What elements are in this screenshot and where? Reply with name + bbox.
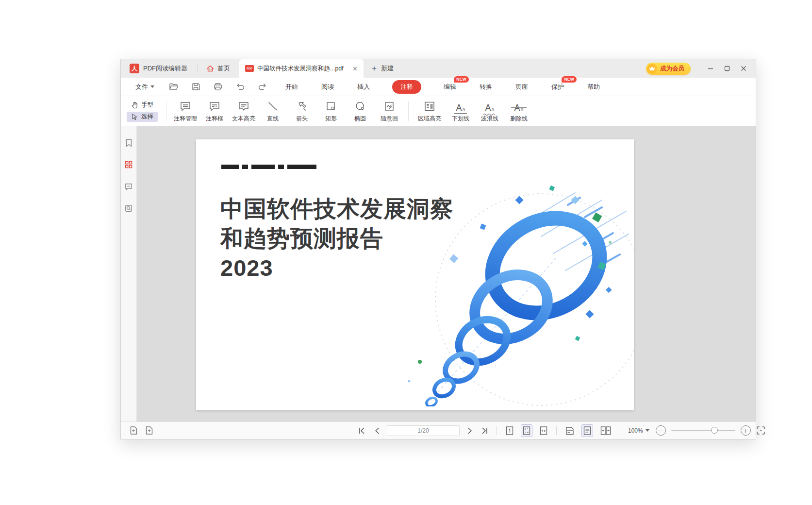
menu-page[interactable]: 页面 <box>514 81 529 93</box>
tool-area-highlight[interactable]: 区域高亮 <box>413 100 446 123</box>
page-back-icon <box>130 426 138 435</box>
undo-button[interactable] <box>235 82 246 92</box>
thumbnails-grid-icon <box>125 161 133 168</box>
menu-convert[interactable]: 转换 <box>479 81 493 93</box>
open-file-button[interactable] <box>168 82 179 92</box>
tool-annotation-manager[interactable]: 注释管理 <box>171 100 200 123</box>
minimize-button[interactable] <box>703 61 718 76</box>
freehand-icon <box>383 100 395 112</box>
two-page-icon <box>600 426 612 436</box>
save-button[interactable] <box>190 82 201 92</box>
toolbar-divider <box>408 101 409 121</box>
zoom-slider[interactable] <box>671 430 735 431</box>
menu-read[interactable]: 阅读 <box>320 81 335 93</box>
wavy-underline-icon: Aa <box>482 100 497 112</box>
tool-line[interactable]: 直线 <box>258 100 287 123</box>
app-logo-icon: 人 <box>130 64 139 73</box>
tool-freehand[interactable]: 随意画 <box>375 100 404 123</box>
fit-page-button[interactable] <box>521 424 532 437</box>
tool-text-highlight[interactable]: 文本高亮 <box>229 100 258 123</box>
tab-home[interactable]: 首页 <box>198 59 239 78</box>
search-icon <box>125 204 133 212</box>
menu-insert[interactable]: 插入 <box>356 81 371 93</box>
close-tab-icon[interactable]: ✕ <box>351 65 359 72</box>
tool-rectangle[interactable]: 矩形 <box>316 100 346 123</box>
pdf-page[interactable]: 中国软件技术发展洞察 和趋势预测报告 2023 <box>196 139 634 410</box>
tool-strikethrough[interactable]: Aa 删除线 <box>504 100 533 123</box>
menu-help[interactable]: 帮助 <box>586 81 601 93</box>
area-highlight-icon <box>423 100 436 112</box>
fit-width-icon <box>539 426 548 436</box>
hand-icon <box>131 101 138 109</box>
tool-ellipse[interactable]: 椭圆 <box>346 100 375 123</box>
quick-icons <box>168 82 268 92</box>
thumbnails-panel-button[interactable] <box>124 160 133 169</box>
file-menu-button[interactable]: 文件 <box>135 83 154 91</box>
new-badge: NEW <box>562 76 577 83</box>
main-content: 中国软件技术发展洞察 和趋势预测报告 2023 <box>121 126 756 421</box>
tool-underline[interactable]: Aa 下划线 <box>446 100 475 123</box>
zoom-slider-handle[interactable] <box>711 427 718 434</box>
select-tool-button[interactable]: 选择 <box>127 112 158 122</box>
zoom-out-button[interactable]: − <box>656 425 666 436</box>
next-view-button[interactable] <box>144 425 154 436</box>
single-page-button[interactable] <box>581 424 593 437</box>
chevron-down-icon <box>646 429 649 432</box>
search-panel-button[interactable] <box>124 203 133 213</box>
single-page-icon <box>583 426 592 436</box>
continuous-scroll-button[interactable] <box>563 424 576 437</box>
two-page-button[interactable] <box>598 424 613 437</box>
plus-icon: ＋ <box>370 64 378 74</box>
maximize-button[interactable] <box>720 61 734 76</box>
menu-edit[interactable]: 编辑NEW <box>443 81 457 93</box>
home-icon <box>206 65 214 72</box>
redo-button[interactable] <box>257 82 268 92</box>
tool-annotation-box[interactable]: 注释框 <box>200 100 229 123</box>
tool-arrow[interactable]: 箭头 <box>287 100 316 123</box>
select-tool-label: 选择 <box>141 113 153 121</box>
zoom-level-dropdown[interactable]: 100% <box>628 427 649 434</box>
zoom-in-button[interactable]: + <box>741 425 751 436</box>
menu-start[interactable]: 开始 <box>284 81 299 93</box>
chevron-down-icon <box>150 85 154 88</box>
statusbar-divider <box>556 426 557 435</box>
app-window: 人 PDF阅读编辑器 首页 PDF 中国软件技术发展洞察和趋...pdf ✕ ＋… <box>120 59 756 439</box>
comment-icon <box>125 183 133 190</box>
close-window-button[interactable] <box>736 61 751 76</box>
spiral-illustration <box>381 154 634 406</box>
statusbar-divider <box>497 426 497 435</box>
fit-width-button[interactable] <box>538 424 549 437</box>
left-sidebar <box>121 126 137 421</box>
next-page-button[interactable] <box>465 425 475 436</box>
comment-box-icon <box>208 100 221 112</box>
file-menu-label: 文件 <box>135 83 148 91</box>
comments-panel-button[interactable] <box>124 182 133 191</box>
fullscreen-button[interactable] <box>756 425 766 436</box>
tabbar-spacer <box>400 59 646 78</box>
page-number-input[interactable] <box>387 425 460 436</box>
print-button[interactable] <box>213 82 223 92</box>
become-member-button[interactable]: 成为会员 <box>646 63 691 75</box>
tool-squiggly[interactable]: Aa 波浪线 <box>475 100 504 123</box>
statusbar-divider <box>620 426 620 435</box>
bookmark-panel-button[interactable] <box>124 138 133 148</box>
last-page-button[interactable] <box>480 425 490 436</box>
tab-document[interactable]: PDF 中国软件技术发展洞察和趋...pdf ✕ <box>239 59 364 78</box>
menu-protect[interactable]: 保护NEW <box>550 81 565 93</box>
hand-tool-button[interactable]: 手型 <box>127 100 158 110</box>
new-tab-button[interactable]: ＋ 新建 <box>364 59 400 78</box>
previous-page-button[interactable] <box>372 425 381 436</box>
tab-bar: 人 PDF阅读编辑器 首页 PDF 中国软件技术发展洞察和趋...pdf ✕ ＋… <box>121 59 756 78</box>
first-page-button[interactable] <box>357 425 366 436</box>
menu-annotate[interactable]: 注释 <box>392 80 421 94</box>
rectangle-icon <box>325 100 337 112</box>
crown-icon <box>647 64 657 74</box>
pointer-mode-group: 手型 选择 <box>127 100 158 122</box>
document-viewer[interactable]: 中国软件技术发展洞察 和趋势预测报告 2023 <box>137 126 756 421</box>
new-badge: NEW <box>454 76 469 83</box>
actual-size-button[interactable] <box>504 424 515 437</box>
previous-view-button[interactable] <box>129 425 138 436</box>
text-highlight-icon <box>237 100 250 112</box>
underline-icon: Aa <box>453 100 468 112</box>
home-tab-label: 首页 <box>217 64 230 73</box>
